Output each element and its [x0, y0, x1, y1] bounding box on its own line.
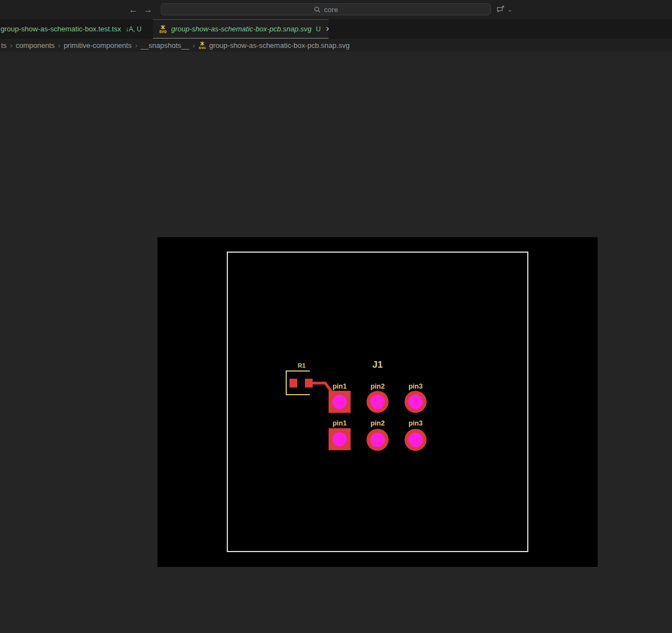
svg-icon-text: SVG	[199, 45, 206, 49]
pad-r1-2	[305, 379, 313, 388]
chevron-down-icon[interactable]: ⌄	[507, 6, 512, 13]
tab-svg-snapshot[interactable]: SVG group-show-as-schematic-box-pcb.snap…	[153, 19, 329, 39]
back-icon: ←	[129, 5, 138, 14]
search-icon	[314, 6, 321, 13]
label-row1-pin1: pin1	[332, 383, 347, 390]
hole-row1-pin2	[370, 395, 385, 409]
breadcrumb-separator: ›	[10, 41, 12, 50]
pcb-canvas[interactable]: R1 J1 pin1 pin2 pin3 pin1 pin2 pin3	[157, 237, 598, 567]
tab-bar: group-show-as-schematic-box.test.tsx ↓A,…	[0, 19, 672, 39]
back-button[interactable]: ←	[126, 0, 140, 19]
breadcrumb-separator: ›	[58, 41, 60, 50]
forward-button[interactable]: →	[141, 0, 155, 19]
copilot-button[interactable]: ⌄	[496, 3, 512, 17]
hole-row1-pin1	[332, 395, 347, 409]
copilot-icon	[496, 4, 506, 16]
tab-test-tsx[interactable]: group-show-as-schematic-box.test.tsx ↓A,…	[0, 19, 144, 39]
label-row2-pin2: pin2	[370, 419, 385, 427]
svg-preview-area: R1 J1 pin1 pin2 pin3 pin1 pin2 pin3	[0, 52, 672, 633]
hole-row2-pin1	[332, 432, 347, 446]
pad-r1-1	[289, 379, 297, 388]
label-row1-pin3: pin3	[408, 383, 423, 390]
title-bar: ← → core ⌄	[0, 0, 672, 19]
breadcrumb: ts › components › primitive-components ›…	[0, 39, 672, 52]
breadcrumb-item-ts[interactable]: ts	[1, 41, 7, 50]
pcb-drawing: R1 J1 pin1 pin2 pin3 pin1 pin2 pin3	[157, 237, 598, 567]
tab-label: group-show-as-schematic-box-pcb.snap.svg	[171, 25, 312, 33]
silkscreen-ref-r1: R1	[298, 362, 305, 369]
git-decoration-badge: ↓A, U	[125, 25, 141, 33]
search-query: core	[324, 6, 338, 14]
breadcrumb-item-file[interactable]: group-show-as-schematic-box-pcb.snap.svg	[209, 41, 349, 50]
close-icon[interactable]: ×	[326, 25, 329, 34]
label-row1-pin2: pin2	[370, 383, 385, 390]
breadcrumb-separator: ›	[193, 41, 195, 50]
breadcrumb-item-components[interactable]: components	[15, 41, 54, 50]
hole-row2-pin3	[408, 433, 423, 447]
forward-icon: →	[144, 5, 152, 14]
silkscreen-ref-j1: J1	[373, 359, 383, 370]
tab-label: group-show-as-schematic-box.test.tsx	[1, 25, 121, 33]
label-row2-pin1: pin1	[332, 419, 347, 427]
label-row2-pin3: pin3	[408, 419, 423, 427]
svg-file-icon: SVG	[198, 41, 206, 50]
vscode-window: { "theme": { "untracked_green": "#73c991…	[0, 0, 672, 633]
svg-icon-text: SVG	[159, 29, 167, 33]
git-decoration-badge: U	[316, 25, 321, 33]
breadcrumb-item-primitive-components[interactable]: primitive-components	[64, 41, 132, 50]
hole-row2-pin2	[370, 433, 385, 447]
breadcrumb-item-snapshots[interactable]: __snapshots__	[141, 41, 189, 50]
breadcrumb-separator: ›	[135, 41, 137, 50]
command-center-search[interactable]: core	[161, 3, 491, 15]
svg-file-icon: SVG	[159, 25, 167, 34]
hole-row1-pin3	[408, 395, 423, 409]
